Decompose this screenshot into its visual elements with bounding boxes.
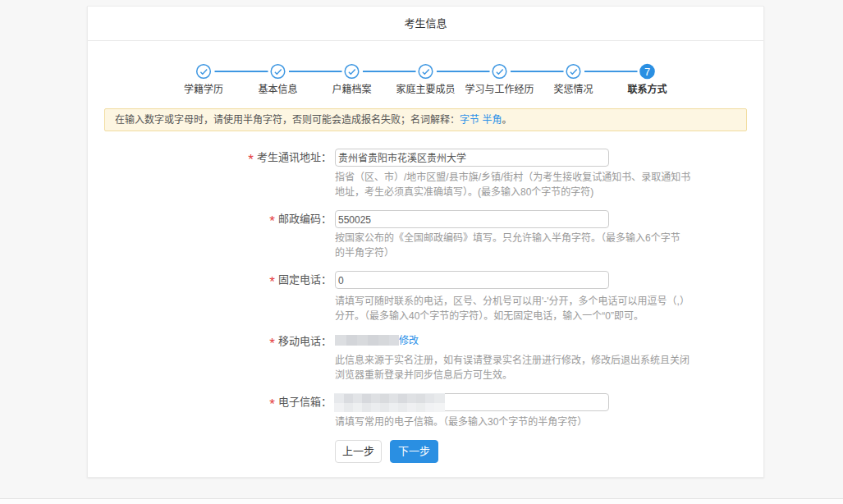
svg-text:基本信息: 基本信息 xyxy=(258,83,297,95)
svg-text:户籍档案: 户籍档案 xyxy=(332,83,371,95)
svg-text:学籍学历: 学籍学历 xyxy=(184,83,223,95)
svg-text:学习与工作经历: 学习与工作经历 xyxy=(465,83,534,95)
svg-text:联系方式: 联系方式 xyxy=(627,83,667,95)
svg-text:家庭主要成员: 家庭主要成员 xyxy=(396,83,455,95)
svg-text:奖惩情况: 奖惩情况 xyxy=(553,84,593,95)
svg-text:7: 7 xyxy=(644,66,650,78)
